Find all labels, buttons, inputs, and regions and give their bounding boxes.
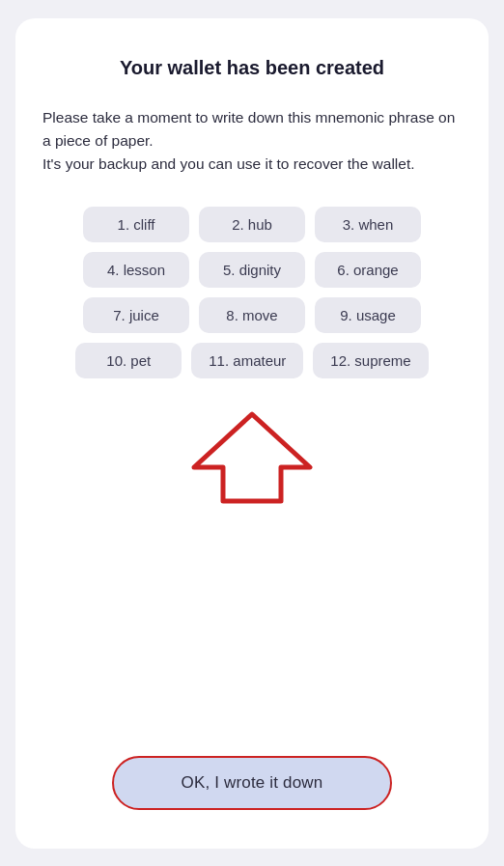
mnemonic-row-2: 4. lesson 5. dignity 6. orange [83,252,421,288]
mnemonic-word-1: 1. cliff [83,207,189,242]
mnemonic-word-5: 5. dignity [199,252,305,288]
mnemonic-word-9: 9. usage [315,297,421,333]
mnemonic-word-4: 4. lesson [83,252,189,288]
arrow-up-indicator [184,409,320,506]
svg-marker-0 [194,414,310,501]
mnemonic-word-8: 8. move [199,297,305,333]
mnemonic-word-11: 11. amateur [191,343,303,378]
ok-button[interactable]: OK, I wrote it down [112,756,393,810]
mnemonic-word-12: 12. supreme [313,343,428,378]
mnemonic-word-10: 10. pet [75,343,182,378]
page-title: Your wallet has been created [120,57,384,79]
mnemonic-word-2: 2. hub [199,207,305,242]
mnemonic-row-3: 7. juice 8. move 9. usage [83,297,421,333]
mnemonic-row-4: 10. pet 11. amateur 12. supreme [75,343,428,378]
mnemonic-row-1: 1. cliff 2. hub 3. when [83,207,421,242]
mnemonic-grid: 1. cliff 2. hub 3. when 4. lesson 5. dig… [42,207,462,378]
description-text: Please take a moment to write down this … [42,106,462,176]
wallet-card: Your wallet has been created Please take… [15,18,489,849]
mnemonic-word-7: 7. juice [83,297,189,333]
mnemonic-word-6: 6. orange [315,252,421,288]
mnemonic-word-3: 3. when [315,207,421,242]
arrow-up-icon [184,409,320,506]
